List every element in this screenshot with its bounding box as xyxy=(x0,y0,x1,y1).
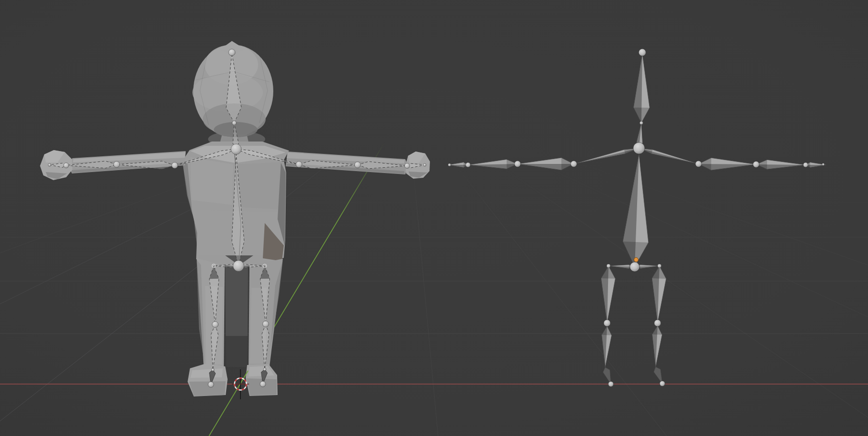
joint-hand-tip-l[interactable] xyxy=(448,163,451,166)
foot-left-front xyxy=(189,381,226,396)
joint-pelvis[interactable] xyxy=(233,261,244,272)
between-legs-upper xyxy=(225,266,248,336)
foot-right-front xyxy=(247,378,277,395)
joint-knee-r[interactable] xyxy=(654,320,661,326)
viewport-background xyxy=(0,0,868,436)
torso-chest-right xyxy=(235,162,284,210)
joint-elbow-l[interactable] xyxy=(515,161,521,167)
blender-3d-viewport[interactable] xyxy=(0,0,868,436)
object-origin[interactable] xyxy=(634,258,639,262)
joint-knee-l[interactable] xyxy=(212,322,219,328)
joint-shoulder-l[interactable] xyxy=(172,162,178,169)
joint-wrist-r[interactable] xyxy=(405,163,410,169)
joint-foot-tip-l[interactable] xyxy=(609,382,614,387)
joint-hip-l[interactable] xyxy=(212,264,216,268)
joint-head-top[interactable] xyxy=(639,49,646,56)
joint-knee-r[interactable] xyxy=(263,321,269,327)
viewport-canvas[interactable] xyxy=(0,0,868,436)
torso-chest-left xyxy=(190,157,233,205)
between-legs-lower xyxy=(226,336,248,367)
joint-shoulder-r[interactable] xyxy=(696,161,702,167)
joint-hip-r[interactable] xyxy=(263,264,267,268)
joint-head-top[interactable] xyxy=(229,49,235,56)
joint-ankle-r[interactable] xyxy=(263,368,266,371)
joint-hand-tip-r[interactable] xyxy=(423,163,426,166)
joint-ankle-l[interactable] xyxy=(211,368,214,371)
joint-foot-tip-r[interactable] xyxy=(260,381,266,387)
joint-wrist-l[interactable] xyxy=(64,163,69,168)
joint-chest[interactable] xyxy=(231,144,241,154)
joint-neck[interactable] xyxy=(232,121,237,125)
joint-chest[interactable] xyxy=(633,142,645,154)
joint-elbow-r[interactable] xyxy=(753,162,759,168)
joint-pelvis[interactable] xyxy=(630,262,639,272)
joint-knee-l[interactable] xyxy=(604,320,610,326)
joint-shoulder-r[interactable] xyxy=(296,162,302,168)
joint-hip-l[interactable] xyxy=(607,264,610,268)
joint-wrist-r[interactable] xyxy=(803,162,808,167)
joint-foot-tip-l[interactable] xyxy=(208,382,214,387)
joint-wrist-l[interactable] xyxy=(466,162,470,167)
joint-hand-tip-l[interactable] xyxy=(48,163,51,166)
joint-elbow-l[interactable] xyxy=(114,162,120,168)
joint-hip-r[interactable] xyxy=(658,264,661,268)
joint-foot-tip-r[interactable] xyxy=(660,381,665,386)
joint-hand-tip-r[interactable] xyxy=(822,163,825,166)
joint-elbow-r[interactable] xyxy=(355,162,361,168)
joint-neck[interactable] xyxy=(640,122,643,125)
joint-shoulder-l[interactable] xyxy=(571,161,577,167)
